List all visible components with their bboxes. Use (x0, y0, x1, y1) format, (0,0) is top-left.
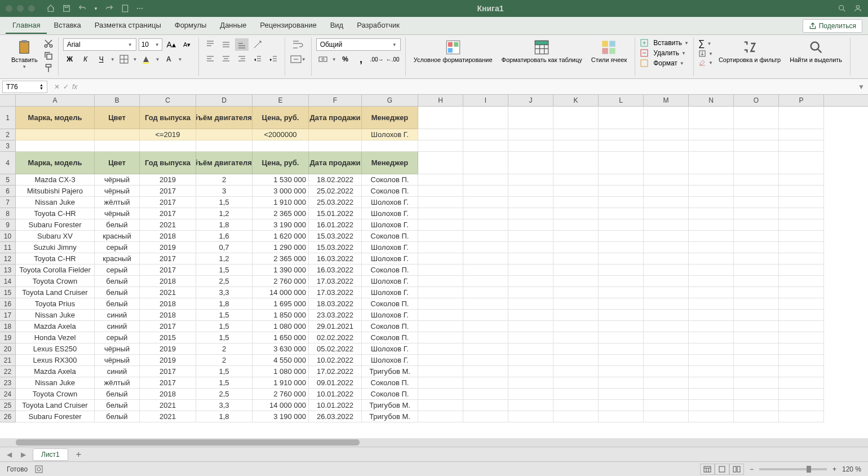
cell[interactable] (553, 265, 599, 276)
cell[interactable] (599, 343, 644, 355)
cell[interactable] (689, 253, 734, 265)
cell[interactable]: <2000000 (253, 129, 309, 140)
cell[interactable] (599, 265, 644, 276)
prev-sheet-icon[interactable]: ◀ (5, 451, 14, 459)
cell[interactable] (734, 321, 779, 332)
cell[interactable] (689, 377, 734, 389)
row-header[interactable]: 11 (0, 242, 16, 253)
cell[interactable] (779, 366, 824, 377)
cell[interactable]: 15.01.2022 (309, 208, 362, 219)
cell[interactable] (599, 208, 644, 219)
row-header[interactable]: 8 (0, 208, 16, 219)
row-header[interactable]: 19 (0, 332, 16, 343)
cell[interactable] (508, 276, 553, 287)
cell[interactable]: Соколов П. (362, 298, 418, 310)
sheet-tab[interactable]: Лист1 (33, 448, 68, 461)
align-center-icon[interactable] (219, 53, 233, 65)
cell[interactable] (463, 242, 508, 253)
cell[interactable] (463, 231, 508, 242)
cell[interactable] (644, 321, 689, 332)
cell[interactable] (644, 152, 689, 174)
cell[interactable] (418, 355, 463, 366)
cell[interactable] (689, 219, 734, 231)
cell[interactable]: 2021 (140, 219, 196, 231)
cell[interactable]: 25.02.2022 (309, 186, 362, 197)
cell[interactable] (508, 208, 553, 219)
cell[interactable] (644, 389, 689, 400)
cell[interactable]: 2021 (140, 287, 196, 298)
cell[interactable] (734, 287, 779, 298)
cell[interactable]: Шолохов Г. (362, 129, 418, 140)
cell[interactable] (553, 355, 599, 366)
cell[interactable]: жёлтый (95, 377, 140, 389)
cell[interactable] (599, 276, 644, 287)
cell[interactable] (599, 411, 644, 422)
cell[interactable] (508, 253, 553, 265)
cell[interactable]: белый (95, 389, 140, 400)
row-header[interactable]: 5 (0, 174, 16, 186)
cell[interactable]: Toyota Crown (16, 276, 95, 287)
page-break-view-button[interactable] (729, 464, 744, 475)
row-header[interactable]: 1 (0, 107, 16, 129)
cell[interactable]: 0,7 (196, 242, 253, 253)
cell[interactable] (95, 129, 140, 140)
cell[interactable] (734, 140, 779, 152)
cell[interactable] (553, 107, 599, 129)
column-header[interactable]: G (362, 95, 418, 106)
cell[interactable]: красный (95, 253, 140, 265)
zoom-in-button[interactable]: + (832, 465, 836, 473)
cell[interactable]: 2021 (140, 411, 196, 422)
cell[interactable] (734, 231, 779, 242)
cell[interactable] (734, 389, 779, 400)
font-color-icon[interactable]: А (162, 53, 175, 65)
cell[interactable] (553, 129, 599, 140)
column-header[interactable]: J (508, 95, 553, 106)
cell[interactable] (689, 208, 734, 219)
cell[interactable] (689, 366, 734, 377)
cell[interactable] (779, 197, 824, 208)
cell[interactable] (508, 242, 553, 253)
normal-view-button[interactable] (700, 464, 715, 475)
cell[interactable]: 23.03.2022 (309, 310, 362, 321)
conditional-format-button[interactable]: Условное форматирование (410, 38, 496, 64)
cell[interactable]: Toyota Land Cruiser (16, 400, 95, 411)
ribbon-tab-1[interactable]: Вставка (47, 17, 87, 34)
cell[interactable] (140, 140, 196, 152)
cell[interactable]: 17.02.2022 (309, 366, 362, 377)
cell[interactable]: Subaru Forester (16, 219, 95, 231)
fx-icon[interactable]: fx (72, 83, 77, 91)
zoom-out-button[interactable]: − (750, 465, 754, 473)
column-header[interactable]: I (463, 95, 508, 106)
cell[interactable] (734, 366, 779, 377)
cell[interactable]: 2018 (140, 389, 196, 400)
cell[interactable] (599, 140, 644, 152)
cell[interactable] (734, 129, 779, 140)
cell[interactable] (418, 321, 463, 332)
cell[interactable] (16, 129, 95, 140)
undo-dropdown[interactable]: ▼ (94, 6, 98, 11)
cell[interactable] (779, 332, 824, 343)
page-layout-view-button[interactable] (715, 464, 729, 475)
cell[interactable] (734, 343, 779, 355)
cell[interactable]: 1 910 000 (253, 197, 309, 208)
cell[interactable]: 1,2 (196, 253, 253, 265)
cell[interactable] (418, 389, 463, 400)
cell[interactable]: 17.03.2022 (309, 276, 362, 287)
cell[interactable]: 14 000 000 (253, 400, 309, 411)
cell[interactable]: Цена, руб. (253, 152, 309, 174)
cell[interactable] (553, 389, 599, 400)
cell[interactable]: 1 080 000 (253, 366, 309, 377)
cell[interactable]: синий (95, 310, 140, 321)
row-header[interactable]: 3 (0, 140, 16, 152)
cell[interactable] (553, 411, 599, 422)
cell[interactable] (779, 152, 824, 174)
cell[interactable] (553, 332, 599, 343)
cell[interactable] (644, 253, 689, 265)
cell[interactable]: 2 (196, 174, 253, 186)
cell[interactable] (418, 400, 463, 411)
cell[interactable] (16, 140, 95, 152)
cell[interactable]: 10.02.2022 (309, 355, 362, 366)
cell[interactable]: 2 (196, 355, 253, 366)
cell[interactable] (599, 186, 644, 197)
cell[interactable]: 1 850 000 (253, 310, 309, 321)
